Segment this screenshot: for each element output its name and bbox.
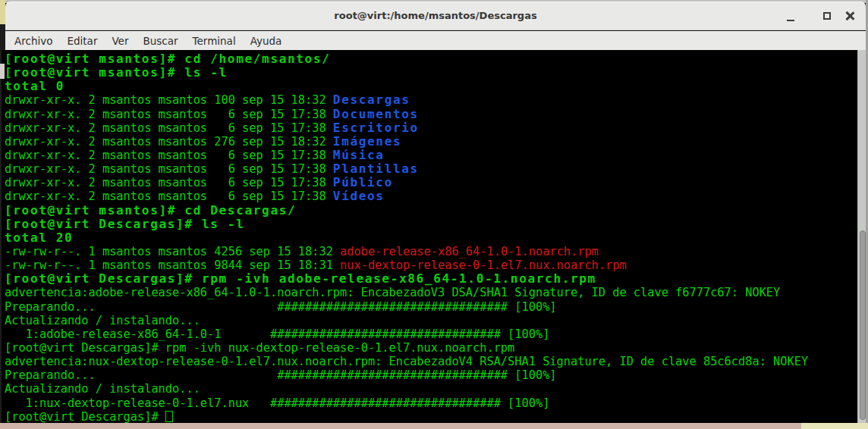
terminal-text-segment: drwxr-xr-x. 2 msantos msantos 6 sep 15 1…	[5, 121, 333, 135]
maximize-button[interactable]	[817, 8, 837, 23]
terminal-line: drwxr-xr-x. 2 msantos msantos 276 sep 15…	[5, 135, 857, 149]
terminal-line: Preparando... ##########################…	[5, 368, 857, 382]
terminal-text-segment: [root@virt Descargas]# ls -l	[5, 217, 244, 231]
close-icon	[845, 11, 854, 20]
terminal-line: advertencia:adobe-release-x86_64-1.0-1.n…	[5, 286, 857, 299]
terminal-text-segment: drwxr-xr-x. 2 msantos msantos 6 sep 15 1…	[5, 149, 333, 162]
terminal-text-segment: advertencia:nux-dextop-release-0-1.el7.n…	[5, 355, 808, 368]
terminal-line: [root@virt Descargas]# rpm -ivh nux-dext…	[5, 341, 857, 355]
terminal-text-segment: Vídeos	[333, 189, 385, 203]
scrollbar-track[interactable]	[857, 50, 866, 423]
terminal-text-segment: [root@virt Descargas]# rpm -ivh adobe-re…	[5, 271, 596, 286]
terminal-text-segment: Preparando... ##########################…	[5, 368, 557, 382]
terminal-text-segment: Actualizando / instalando...	[5, 382, 200, 396]
menu-item-buscar[interactable]: Buscar	[137, 33, 184, 49]
menu-bar: ArchivoEditarVerBuscarTerminalAyuda	[5, 31, 866, 50]
desktop-fragment-yellow	[0, 0, 5, 24]
terminal-line: total 0	[5, 80, 857, 93]
scrollbar-thumb[interactable]	[860, 230, 866, 420]
terminal-text-segment: Música	[333, 148, 385, 162]
terminal-lines: [root@virt msantos]# cd /home/msantos/[r…	[5, 52, 857, 423]
terminal-text-segment: Documentos	[333, 107, 419, 121]
terminal-line: drwxr-xr-x. 2 msantos msantos 6 sep 15 1…	[5, 121, 857, 135]
terminal-line: total 20	[5, 231, 857, 245]
close-button[interactable]	[840, 8, 860, 23]
titlebar[interactable]: root@virt:/home/msantos/Descargas	[5, 2, 866, 30]
desktop-bottom-strip	[0, 423, 801, 429]
window-title: root@virt:/home/msantos/Descargas	[5, 10, 866, 21]
menu-item-editar[interactable]: Editar	[61, 33, 103, 49]
terminal-line: Preparando... ##########################…	[5, 300, 857, 314]
desktop-fragment-gray	[0, 64, 5, 79]
terminal-text-segment: drwxr-xr-x. 2 msantos msantos 6 sep 15 1…	[5, 108, 333, 121]
window-controls	[781, 8, 860, 23]
terminal-line: drwxr-xr-x. 2 msantos msantos 100 sep 15…	[5, 93, 857, 107]
terminal-line: [root@virt Descargas]# ls -l	[5, 218, 857, 231]
terminal-text-segment: total 20	[5, 230, 73, 245]
terminal-line: drwxr-xr-x. 2 msantos msantos 6 sep 15 1…	[5, 149, 857, 162]
terminal-text-segment: Público	[333, 175, 393, 189]
terminal-line: 1:nux-dextop-release-0-1.el7.nux #######…	[5, 396, 857, 410]
terminal-line: drwxr-xr-x. 2 msantos msantos 6 sep 15 1…	[5, 108, 857, 121]
maximize-icon	[823, 12, 831, 20]
desktop-bottom-corner	[801, 423, 868, 429]
terminal-text-segment: nux-dextop-release-0-1.el7.nux.noarch.rp…	[340, 258, 627, 272]
terminal-text-segment: Plantillas	[333, 161, 419, 176]
terminal-text-segment: -rw-rw-r--. 1 msantos msantos 4256 sep 1…	[5, 245, 340, 258]
terminal-text-segment: drwxr-xr-x. 2 msantos msantos 100 sep 15…	[5, 93, 333, 107]
terminal-line: advertencia:nux-dextop-release-0-1.el7.n…	[5, 355, 857, 368]
terminal-line: [root@virt msantos]# ls -l	[5, 66, 857, 80]
terminal-text-segment: adobe-release-x86_64-1.0-1.noarch.rpm	[340, 245, 599, 258]
terminal-text-segment: 1:nux-dextop-release-0-1.el7.nux #######…	[5, 396, 549, 410]
minimize-button[interactable]	[781, 8, 800, 23]
terminal-text-segment: drwxr-xr-x. 2 msantos msantos 6 sep 15 1…	[5, 162, 333, 176]
terminal-text-segment: total 0	[5, 79, 64, 93]
terminal-line: -rw-rw-r--. 1 msantos msantos 4256 sep 1…	[5, 245, 857, 258]
terminal-line: Actualizando / instalando...	[5, 382, 857, 396]
terminal-screen[interactable]: [root@virt msantos]# cd /home/msantos/[r…	[2, 50, 857, 423]
terminal-line: [root@virt msantos]# cd Descargas/	[5, 204, 857, 218]
terminal-text-segment: [root@virt msantos]# cd /home/msantos/	[5, 52, 331, 66]
menu-item-terminal[interactable]: Terminal	[187, 33, 242, 49]
terminal-text-segment: [root@virt msantos]# cd Descargas/	[5, 203, 296, 218]
desktop: root@virt:/home/msantos/Descargas Archiv…	[0, 0, 868, 429]
terminal-text-segment: Imágenes	[333, 134, 401, 149]
terminal-text-segment: Actualizando / instalando...	[5, 314, 200, 327]
terminal-line: [root@virt Descargas]#	[5, 410, 857, 423]
terminal-text-segment: [root@virt msantos]# ls -l	[5, 65, 228, 80]
terminal-text-segment: drwxr-xr-x. 2 msantos msantos 6 sep 15 1…	[5, 176, 333, 189]
menu-item-archivo[interactable]: Archivo	[8, 33, 58, 49]
terminal-window: root@virt:/home/msantos/Descargas Archiv…	[2, 2, 866, 423]
terminal-line: [root@virt msantos]# cd /home/msantos/	[5, 52, 857, 66]
terminal-line: drwxr-xr-x. 2 msantos msantos 6 sep 15 1…	[5, 176, 857, 189]
terminal-cursor	[165, 411, 173, 422]
terminal-text-segment: Descargas	[333, 92, 410, 107]
terminal-text-segment: 1:adobe-release-x86_64-1.0-1 ###########…	[5, 327, 549, 341]
menu-item-ver[interactable]: Ver	[105, 33, 134, 49]
terminal-text-segment: drwxr-xr-x. 2 msantos msantos 6 sep 15 1…	[5, 189, 333, 203]
terminal-text-segment: [root@virt Descargas]#	[5, 410, 165, 423]
terminal-text-segment: [root@virt Descargas]# rpm -ivh nux-dext…	[5, 341, 514, 355]
terminal-text-segment: -rw-rw-r--. 1 msantos msantos 9844 sep 1…	[5, 258, 340, 272]
terminal-line: -rw-rw-r--. 1 msantos msantos 9844 sep 1…	[5, 258, 857, 272]
terminal-text-segment: Escritorio	[333, 121, 419, 135]
terminal-text-segment: advertencia:adobe-release-x86_64-1.0-1.n…	[5, 286, 780, 299]
terminal-line: drwxr-xr-x. 2 msantos msantos 6 sep 15 1…	[5, 189, 857, 203]
terminal-line: drwxr-xr-x. 2 msantos msantos 6 sep 15 1…	[5, 162, 857, 176]
terminal-line: 1:adobe-release-x86_64-1.0-1 ###########…	[5, 327, 857, 341]
menu-item-ayuda[interactable]: Ayuda	[244, 33, 288, 49]
terminal-line: [root@virt Descargas]# rpm -ivh adobe-re…	[5, 272, 857, 286]
terminal-text-segment: Preparando... ##########################…	[5, 300, 557, 314]
terminal-line: Actualizando / instalando...	[5, 314, 857, 327]
minimize-icon	[787, 20, 794, 21]
terminal-text-segment: drwxr-xr-x. 2 msantos msantos 276 sep 15…	[5, 135, 333, 149]
